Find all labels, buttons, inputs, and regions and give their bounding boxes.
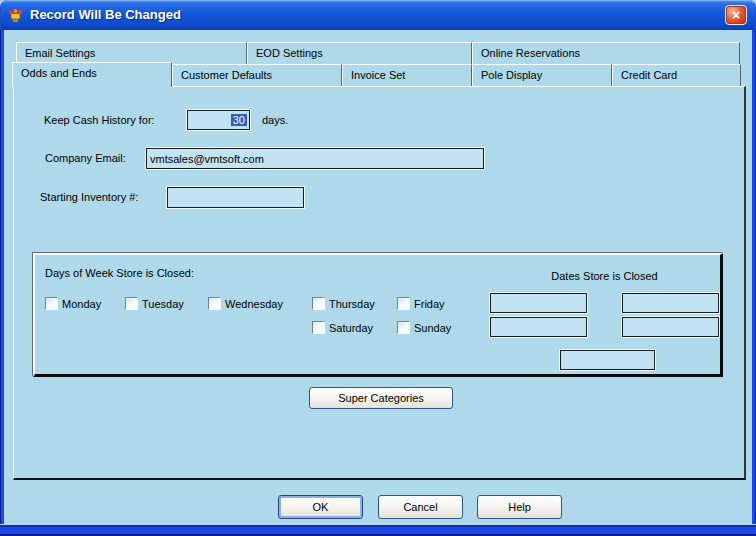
closed-date-input-2[interactable] [622, 293, 719, 313]
checkbox-thursday-label: Thursday [329, 298, 375, 310]
window-border-left [0, 30, 4, 524]
closed-date-input-4[interactable] [622, 317, 719, 337]
cancel-button[interactable]: Cancel [378, 495, 463, 519]
checkbox-sunday[interactable]: Sunday [397, 321, 451, 334]
window-border-bottom [0, 524, 756, 536]
window-border-right [752, 30, 756, 524]
ok-button[interactable]: OK [278, 495, 363, 519]
close-button[interactable]: × [725, 5, 747, 25]
tab-credit-card[interactable]: Credit Card [612, 64, 741, 86]
checkbox-tuesday-label: Tuesday [142, 298, 184, 310]
checkbox-thursday[interactable]: Thursday [312, 297, 375, 310]
dialog-window: Record Will Be Changed × Email Settings … [0, 0, 756, 536]
checkbox-wednesday-label: Wednesday [225, 298, 283, 310]
closed-date-input-1[interactable] [490, 293, 587, 313]
cash-history-selected-value: 30 [231, 114, 247, 126]
checkbox-tuesday[interactable]: Tuesday [125, 297, 184, 310]
cash-history-input[interactable]: 30 [187, 110, 250, 130]
app-icon [7, 7, 24, 24]
checkbox-box-icon [312, 297, 325, 310]
tab-eod-settings[interactable]: EOD Settings [247, 42, 472, 64]
checkbox-monday[interactable]: Monday [45, 297, 101, 310]
tab-online-reservations[interactable]: Online Reservations [472, 42, 740, 64]
store-closed-group: Days of Week Store is Closed: Dates Stor… [33, 253, 723, 377]
checkbox-saturday[interactable]: Saturday [312, 321, 373, 334]
checkbox-box-icon [397, 297, 410, 310]
checkbox-box-icon [208, 297, 221, 310]
checkbox-box-icon [45, 297, 58, 310]
dates-closed-heading: Dates Store is Closed [490, 270, 719, 282]
checkbox-friday-label: Friday [414, 298, 445, 310]
tab-customer-defaults[interactable]: Customer Defaults [172, 64, 342, 86]
window-title: Record Will Be Changed [30, 0, 181, 30]
checkbox-sunday-label: Sunday [414, 322, 451, 334]
checkbox-monday-label: Monday [62, 298, 101, 310]
company-email-input[interactable] [146, 148, 484, 169]
closed-date-input-5[interactable] [560, 350, 655, 370]
checkbox-saturday-label: Saturday [329, 322, 373, 334]
checkbox-box-icon [312, 321, 325, 334]
checkbox-friday[interactable]: Friday [397, 297, 445, 310]
tab-email-settings[interactable]: Email Settings [16, 42, 247, 64]
checkbox-box-icon [125, 297, 138, 310]
tab-pole-display[interactable]: Pole Display [472, 64, 612, 86]
closed-date-input-3[interactable] [490, 317, 587, 337]
checkbox-box-icon [397, 321, 410, 334]
tab-invoice-set[interactable]: Invoice Set [342, 64, 472, 86]
days-closed-heading: Days of Week Store is Closed: [45, 267, 194, 279]
help-button[interactable]: Help [477, 495, 562, 519]
tab-odds-and-ends[interactable]: Odds and Ends [12, 62, 172, 87]
checkbox-wednesday[interactable]: Wednesday [208, 297, 283, 310]
starting-inventory-input[interactable] [167, 187, 304, 208]
close-icon: × [732, 7, 740, 23]
title-bar[interactable]: Record Will Be Changed × [0, 0, 756, 30]
